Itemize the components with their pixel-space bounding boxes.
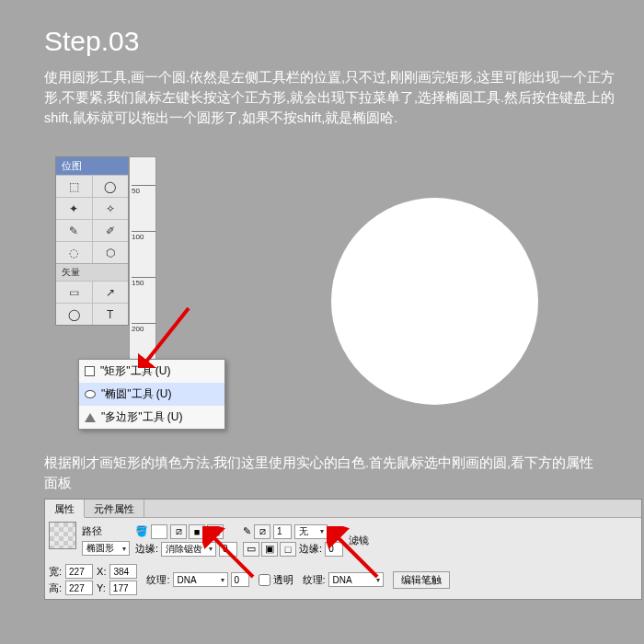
filter-label: 滤镜 [349, 534, 369, 547]
width-input[interactable]: 227 [65, 564, 93, 579]
align-icon[interactable]: ▣ [261, 542, 278, 557]
toolbox-title: 位图 [56, 157, 128, 175]
texture2-label: 纹理: [303, 573, 326, 587]
vertical-ruler: 50 100 150 200 [129, 156, 156, 368]
ruler-tick: 200 [132, 323, 155, 333]
flyout-polygon[interactable]: "多边形"工具 (U) [79, 406, 224, 429]
properties-panel: 属性 元件属性 路径 椭圆形 🪣 ⧄ ■ ◧ 边缘: 消除锯齿 0 [44, 499, 642, 600]
texture-amount[interactable]: 0 [231, 572, 249, 587]
fill-style-group: ⧄ ■ ◧ [170, 524, 224, 539]
tool-stamp[interactable]: ⬡ [93, 242, 129, 263]
tab-component-properties[interactable]: 元件属性 [85, 500, 144, 517]
pencil-icon: ✎ [243, 525, 251, 537]
width-label: 宽: [49, 565, 62, 579]
tool-shape[interactable]: ◯ [56, 304, 93, 325]
align-icon[interactable]: ▭ [243, 542, 259, 557]
stroke-width-input[interactable]: 1 [273, 524, 292, 539]
step-description-2: 根据刚才画矩形的填色方法,我们这里使用实心的白色.首先鼠标选中刚画的圆,看下方的… [44, 453, 607, 494]
ellipse-icon [85, 390, 96, 398]
y-input[interactable]: 177 [109, 581, 137, 595]
shape-tool-flyout: "矩形"工具 (U) "椭圆"工具 (U) "多边形"工具 (U) [78, 359, 225, 430]
tool-brush[interactable]: ✧ [93, 198, 129, 219]
stroke-color-swatch[interactable]: ⧄ [254, 524, 270, 539]
fill-solid-icon[interactable]: ■ [189, 524, 205, 539]
flyout-label: "多边形"工具 (U) [101, 409, 183, 425]
tool-text[interactable]: T [93, 304, 129, 325]
tab-properties[interactable]: 属性 [45, 500, 85, 518]
texture-label: 纹理: [146, 573, 169, 587]
edge-label: 边缘: [135, 542, 158, 556]
rectangle-icon [85, 366, 95, 376]
fill-none-icon[interactable]: ⧄ [170, 524, 187, 539]
tool-blur[interactable]: ◌ [56, 242, 93, 263]
flyout-rectangle[interactable]: "矩形"工具 (U) [79, 360, 224, 383]
height-label: 高: [49, 581, 62, 595]
edge-amount[interactable]: 0 [219, 542, 237, 557]
flyout-label: "椭圆"工具 (U) [101, 386, 172, 402]
flyout-ellipse[interactable]: "椭圆"工具 (U) [79, 383, 224, 406]
step-heading: Step.03 [44, 26, 139, 57]
transparent-checkbox[interactable] [259, 574, 270, 586]
path-label: 路径 [82, 524, 130, 538]
stroke-align-group: ▭ ▣ □ [243, 542, 296, 557]
tool-wand[interactable]: ✦ [56, 198, 93, 219]
stroke-style-select[interactable]: 无 [294, 524, 328, 539]
transparent-label: 透明 [273, 573, 293, 587]
tool-pencil[interactable]: ✎ [56, 220, 93, 241]
fill-gradient-icon[interactable]: ◧ [207, 524, 224, 539]
x-input[interactable]: 384 [109, 564, 137, 579]
tool-eraser[interactable]: ✐ [93, 220, 129, 241]
bucket-icon: 🪣 [135, 525, 148, 537]
tool-marquee[interactable]: ⬚ [56, 176, 93, 197]
polygon-icon [85, 413, 96, 422]
fill-swatch[interactable] [49, 522, 76, 549]
x-label: X: [97, 566, 106, 577]
edge2-label: 边缘: [299, 542, 322, 556]
step-description: 使用圆形工具,画一个圆.依然是左侧工具栏的位置,只不过,刚刚画完矩形,这里可能出… [44, 68, 616, 128]
ruler-tick: 50 [132, 185, 155, 195]
tool-lasso[interactable]: ◯ [93, 176, 129, 197]
shape-type-select[interactable]: 椭圆形 [82, 541, 130, 556]
flyout-label: "矩形"工具 (U) [100, 363, 171, 379]
ruler-tick: 150 [132, 277, 155, 287]
tool-pen[interactable]: ↗ [93, 282, 129, 303]
tool-line[interactable]: ▭ [56, 282, 93, 303]
ruler-tick: 100 [132, 231, 155, 241]
edit-brush-button[interactable]: 编辑笔触 [393, 571, 450, 589]
toolbox-section-vector: 矢量 [56, 263, 128, 281]
y-label: Y: [97, 582, 106, 593]
texture-select[interactable]: DNA [173, 572, 228, 587]
texture2-select[interactable]: DNA [328, 572, 384, 587]
fill-color-swatch[interactable] [151, 524, 167, 539]
toolbox-panel: 位图 ⬚ ◯ ✦ ✧ ✎ ✐ ◌ ⬡ 矢量 ▭ ↗ ◯ T [55, 156, 129, 326]
height-input[interactable]: 227 [65, 581, 93, 595]
edge2-amount[interactable]: 0 [325, 542, 343, 557]
align-icon[interactable]: □ [280, 542, 296, 557]
demo-circle [331, 198, 538, 405]
edge-select[interactable]: 消除锯齿 [161, 542, 216, 557]
